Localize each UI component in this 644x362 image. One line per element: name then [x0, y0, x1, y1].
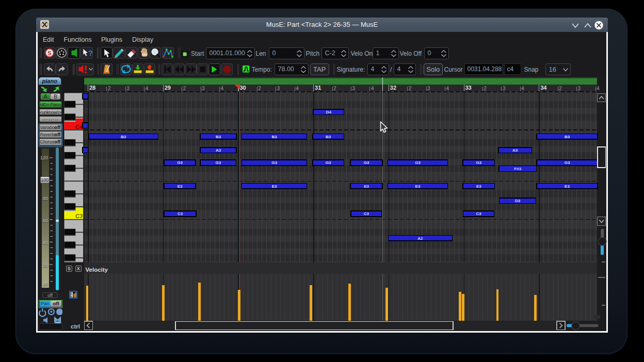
svg-text:28: 28	[89, 85, 95, 91]
svg-text:4: 4	[521, 86, 524, 91]
svg-text:E3: E3	[415, 184, 421, 189]
svg-text:G3: G3	[476, 160, 481, 165]
svg-text:B3: B3	[271, 135, 277, 139]
svg-text:3: 3	[126, 86, 130, 91]
svg-text:3: 3	[202, 86, 205, 91]
svg-text:3: 3	[503, 86, 506, 91]
svg-text:E3: E3	[178, 184, 183, 189]
svg-text:C3: C3	[75, 213, 82, 219]
svg-text:3: 3	[578, 86, 581, 91]
svg-text:E3: E3	[272, 184, 277, 189]
svg-text:3: 3	[427, 86, 430, 91]
svg-text:C4: C4	[75, 124, 82, 130]
svg-text:B3: B3	[326, 135, 331, 139]
svg-text:Velocity: Velocity	[86, 267, 108, 273]
svg-text:D4: D4	[326, 110, 332, 114]
svg-text:30: 30	[239, 85, 246, 91]
svg-text:33: 33	[465, 85, 472, 91]
svg-text:E3: E3	[476, 184, 481, 189]
svg-text:E3: E3	[364, 184, 369, 189]
svg-text:2: 2	[258, 86, 261, 91]
svg-text:B3: B3	[216, 135, 221, 139]
svg-text:4: 4	[597, 86, 600, 91]
svg-text:2: 2	[484, 86, 487, 91]
svg-text:G3: G3	[415, 160, 421, 165]
svg-text:29: 29	[165, 85, 171, 91]
svg-text:G3: G3	[216, 160, 221, 165]
svg-text:4: 4	[146, 86, 149, 91]
svg-text:A3: A3	[512, 148, 518, 153]
svg-text:A2: A2	[417, 236, 423, 241]
svg-text:32: 32	[390, 85, 396, 91]
svg-text:4: 4	[296, 86, 299, 91]
svg-text:4: 4	[371, 86, 374, 91]
svg-text:2: 2	[333, 86, 336, 91]
svg-text:C3: C3	[476, 211, 481, 216]
svg-text:F#3: F#3	[514, 167, 521, 171]
svg-text:31: 31	[315, 85, 321, 91]
svg-text:3: 3	[352, 86, 355, 91]
svg-text:?: ?	[88, 49, 93, 57]
svg-text:C3: C3	[364, 211, 369, 216]
svg-text:34: 34	[540, 85, 547, 91]
svg-text:G3: G3	[565, 160, 570, 165]
svg-text:G3: G3	[177, 160, 183, 165]
svg-text:2: 2	[183, 86, 186, 91]
svg-text:4: 4	[446, 86, 449, 91]
svg-text:2: 2	[108, 86, 111, 91]
svg-text:G3: G3	[326, 160, 331, 165]
svg-text:A3: A3	[216, 148, 221, 153]
svg-text:4: 4	[221, 86, 224, 91]
svg-text:3: 3	[277, 86, 280, 91]
svg-text:2: 2	[409, 86, 412, 91]
svg-text:E3: E3	[565, 184, 570, 189]
svg-text:S: S	[47, 50, 51, 56]
svg-text:C3: C3	[178, 211, 183, 216]
svg-text:B3: B3	[565, 135, 570, 139]
svg-text:G3: G3	[364, 160, 369, 165]
svg-text:D3: D3	[515, 199, 521, 203]
svg-text:B3: B3	[121, 135, 126, 139]
svg-text:2: 2	[559, 86, 562, 91]
svg-text:G3: G3	[271, 160, 277, 165]
